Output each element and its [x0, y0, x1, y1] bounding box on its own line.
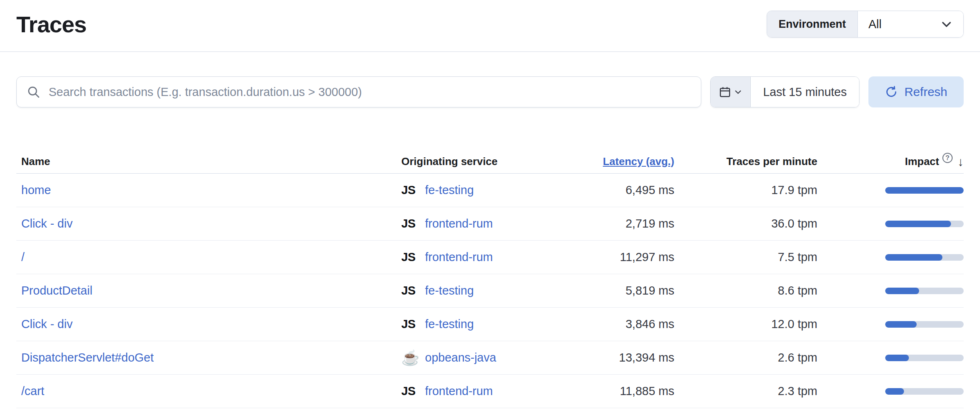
table-row: DispatcherServlet#doGet ☕ opbeans-java 1… [16, 341, 964, 375]
impact-bar-fill [885, 355, 909, 361]
col-header-tpm: Traces per minute [674, 155, 817, 168]
table-body: home JS fe-testing 6,495 ms 17.9 tpm Cli… [16, 174, 964, 408]
transaction-link[interactable]: ProductDetail [21, 284, 92, 297]
impact-bar-fill [885, 321, 917, 328]
header-divider [0, 51, 980, 52]
environment-value[interactable]: All [858, 11, 963, 37]
transaction-link[interactable]: Click - div [21, 317, 73, 331]
tpm-value: 2.3 tpm [674, 384, 817, 398]
col-header-latency[interactable]: Latency (avg.) [603, 155, 674, 168]
refresh-button[interactable]: Refresh [868, 76, 964, 107]
table-row: Click - div JS frontend-rum 2,719 ms 36.… [16, 207, 964, 241]
impact-bar-fill [885, 254, 942, 261]
environment-selected-option: All [868, 18, 882, 31]
tpm-value: 12.0 tpm [674, 317, 817, 331]
col-header-service: Originating service [396, 155, 548, 168]
service-link[interactable]: fe-testing [425, 317, 474, 331]
latency-value: 6,495 ms [548, 183, 674, 197]
service-link[interactable]: fe-testing [425, 284, 474, 297]
impact-bar-fill [885, 288, 919, 294]
table-row: Click - div JS fe-testing 3,846 ms 12.0 … [16, 308, 964, 341]
javascript-icon: JS [401, 217, 420, 230]
environment-label: Environment [767, 11, 858, 37]
impact-bar [885, 355, 964, 361]
table-row: /cart JS frontend-rum 11,885 ms 2.3 tpm [16, 375, 964, 408]
impact-header-label: Impact [905, 155, 939, 168]
calendar-icon [719, 86, 731, 98]
traces-page: Traces Environment All [0, 0, 980, 420]
help-icon[interactable]: ? [942, 153, 953, 163]
javascript-icon: JS [401, 183, 420, 197]
impact-bar [885, 187, 964, 194]
impact-bar [885, 321, 964, 328]
latency-value: 11,885 ms [548, 384, 674, 398]
table-row: ProductDetail JS fe-testing 5,819 ms 8.6… [16, 274, 964, 308]
col-header-impact[interactable]: Impact ? ↓ [817, 155, 964, 169]
table-row: home JS fe-testing 6,495 ms 17.9 tpm [16, 174, 964, 207]
javascript-icon: JS [401, 250, 420, 264]
transaction-link[interactable]: home [21, 183, 51, 197]
tpm-value: 8.6 tpm [674, 284, 817, 297]
tpm-value: 36.0 tpm [674, 217, 817, 230]
service-link[interactable]: opbeans-java [425, 351, 496, 364]
search-box [16, 76, 701, 107]
service-link[interactable]: frontend-rum [425, 384, 493, 398]
impact-bar-fill [885, 221, 951, 227]
chevron-down-icon [940, 18, 953, 30]
table-header-row: Name Originating service Latency (avg.) … [16, 150, 964, 174]
refresh-label: Refresh [904, 85, 947, 99]
javascript-icon: JS [401, 284, 420, 297]
page-header: Traces Environment All [0, 0, 980, 38]
java-icon: ☕ [401, 351, 420, 365]
tpm-value: 17.9 tpm [674, 183, 817, 197]
time-range-button[interactable]: Last 15 minutes [751, 77, 859, 107]
impact-bar-fill [885, 388, 904, 395]
javascript-icon: JS [401, 384, 420, 398]
traces-table: Name Originating service Latency (avg.) … [0, 150, 980, 408]
transaction-link[interactable]: /cart [21, 384, 44, 398]
sort-desc-icon[interactable]: ↓ [958, 155, 964, 169]
transaction-link[interactable]: DispatcherServlet#doGet [21, 351, 154, 364]
transaction-link[interactable]: Click - div [21, 217, 73, 230]
date-picker-button[interactable] [711, 77, 751, 107]
search-icon [26, 85, 41, 99]
page-title: Traces [16, 11, 87, 38]
impact-bar [885, 254, 964, 261]
chevron-down-icon [734, 88, 742, 96]
environment-select[interactable]: Environment All [767, 11, 964, 38]
impact-bar-fill [885, 187, 964, 194]
service-link[interactable]: frontend-rum [425, 217, 493, 230]
latency-value: 13,394 ms [548, 351, 674, 364]
table-row: / JS frontend-rum 11,297 ms 7.5 tpm [16, 241, 964, 274]
transaction-link[interactable]: / [21, 250, 25, 264]
tpm-value: 2.6 tpm [674, 351, 817, 364]
impact-bar [885, 221, 964, 227]
col-header-name: Name [16, 155, 396, 168]
search-input[interactable] [16, 76, 701, 107]
javascript-icon: JS [401, 317, 420, 331]
impact-bar [885, 288, 964, 294]
toolbar: Last 15 minutes Refresh [0, 76, 980, 107]
latency-value: 3,846 ms [548, 317, 674, 331]
latency-value: 2,719 ms [548, 217, 674, 230]
latency-value: 11,297 ms [548, 250, 674, 264]
latency-value: 5,819 ms [548, 284, 674, 297]
impact-bar [885, 388, 964, 395]
date-picker-group: Last 15 minutes [710, 76, 859, 107]
service-link[interactable]: fe-testing [425, 183, 474, 197]
tpm-value: 7.5 tpm [674, 250, 817, 264]
service-link[interactable]: frontend-rum [425, 250, 493, 264]
refresh-icon [885, 85, 898, 98]
